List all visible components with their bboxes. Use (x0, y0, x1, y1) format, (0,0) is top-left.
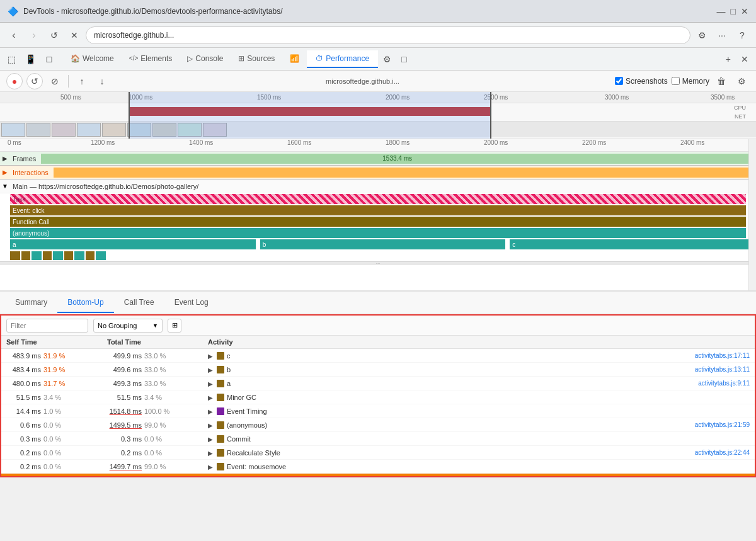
back-button[interactable]: ‹ (5, 26, 23, 44)
small-bar-6[interactable] (64, 251, 73, 260)
download-button[interactable]: ↓ (94, 73, 110, 89)
row-expand-6[interactable]: ▶ (208, 436, 214, 442)
close-icon[interactable]: ✕ (741, 6, 748, 16)
activity-color-3 (217, 394, 224, 401)
tab-bottom-up[interactable]: Bottom-Up (57, 293, 113, 313)
main-expand-btn[interactable]: ▼ (0, 183, 10, 190)
r-2000ms: 2000 ms (484, 139, 508, 146)
cell-total-time-4: 1514.8 ms 100.0 % (107, 407, 208, 415)
device-toggle[interactable]: 📱 (21, 50, 39, 68)
small-bar-3[interactable] (32, 251, 42, 260)
maximize-icon[interactable]: □ (731, 6, 736, 16)
clear-button[interactable]: ⊘ (47, 73, 63, 89)
flame-c[interactable]: c (510, 239, 748, 249)
small-bar-5[interactable] (53, 251, 63, 260)
delete-recording-button[interactable]: 🗑 (713, 73, 730, 89)
table-row[interactable]: 483.9 ms 31.9 % 499.9 ms 33.0 % ▶ c acti… (1, 349, 755, 363)
record-button[interactable]: ● (6, 73, 23, 89)
flame-a[interactable]: a (10, 239, 256, 249)
flame-function-call[interactable]: Function Call (10, 217, 746, 227)
table-row[interactable]: 0.2 ms 0.0 % 0.2 ms 0.0 % ▶ Recalculate … (1, 446, 755, 460)
help-button[interactable]: ? (733, 26, 751, 44)
tab-more-tabs[interactable]: + (721, 50, 736, 68)
row-expand-2[interactable]: ▶ (208, 380, 214, 387)
upload-button[interactable]: ↑ (74, 73, 90, 89)
flame-anonymous[interactable]: (anonymous) (10, 228, 746, 238)
frames-expand-btn[interactable]: ▶ (0, 155, 10, 162)
tab-call-tree-label: Call Tree (124, 298, 154, 307)
small-bar-2[interactable] (21, 251, 30, 260)
row-expand-4[interactable]: ▶ (208, 408, 214, 414)
tab-elements[interactable]: </> Elements (122, 50, 180, 68)
grouping-dropdown[interactable]: No Grouping ▼ (93, 319, 163, 333)
scroll-indicator[interactable] (1, 474, 755, 476)
row-expand-7[interactable]: ▶ (208, 450, 214, 456)
table-row[interactable]: 483.4 ms 31.9 % 499.6 ms 33.0 % ▶ b acti… (1, 363, 755, 377)
row-expand-1[interactable]: ▶ (208, 367, 214, 373)
tab-settings-icon[interactable]: ⚙ (378, 50, 396, 68)
source-link-2[interactable]: activitytabs.js:9:11 (698, 380, 750, 387)
small-bar-1[interactable] (10, 251, 20, 260)
perf-settings-button[interactable]: ⚙ (733, 73, 750, 89)
timeline-scrollbar[interactable] (748, 139, 756, 290)
interactions-expand-btn[interactable]: ▶ (0, 169, 10, 176)
tab-device-icon[interactable]: □ (396, 50, 411, 68)
cell-activity-0: ▶ c activitytabs.js:17:11 (208, 352, 750, 360)
tab-welcome[interactable]: 🏠 Welcome (63, 50, 122, 68)
activity-color-6 (217, 435, 224, 443)
tab-event-log[interactable]: Event Log (164, 293, 219, 313)
extensions-button[interactable]: ⚙ (693, 26, 711, 44)
address-bar[interactable]: microsoftedge.github.i... (86, 26, 690, 44)
cell-total-time-2: 499.3 ms 33.0 % (107, 380, 208, 387)
source-link-5[interactable]: activitytabs.js:21:59 (695, 421, 750, 428)
source-link-0[interactable]: activitytabs.js:17:11 (695, 352, 750, 359)
table-row[interactable]: 480.0 ms 31.7 % 499.3 ms 33.0 % ▶ a acti… (1, 377, 755, 390)
minimize-icon[interactable]: — (717, 6, 726, 16)
flame-b[interactable]: b (260, 239, 507, 249)
timeline-resize-handle[interactable]: ··· (0, 261, 756, 265)
memory-toggle[interactable]: Memory (672, 77, 709, 86)
small-bar-8[interactable] (86, 251, 94, 260)
ruler-3000: 3000 ms (605, 94, 629, 101)
flame-task[interactable]: Task (10, 194, 746, 204)
drawer-toggle[interactable]: □ (40, 50, 58, 68)
flame-event-click[interactable]: Event: click (10, 205, 746, 215)
table-row[interactable]: 0.3 ms 0.0 % 0.3 ms 0.0 % ▶ Commit (1, 432, 755, 446)
inspect-toggle[interactable]: ⬚ (3, 50, 20, 68)
table-row[interactable]: 0.6 ms 0.0 % 1499.5 ms 99.0 % ▶ (anonymo… (1, 418, 755, 432)
row-expand-3[interactable]: ▶ (208, 394, 214, 401)
ruler-3500: 3500 ms (711, 94, 735, 101)
screenshots-label: Screenshots (626, 77, 668, 86)
tab-network[interactable]: 📶 (282, 50, 307, 68)
cell-activity-7: ▶ Recalculate Style activitytabs.js:22:4… (208, 449, 750, 457)
tab-performance[interactable]: ⏱ Performance (307, 50, 378, 68)
filter-input[interactable] (6, 319, 88, 333)
task-label: Task (13, 196, 26, 203)
table-row[interactable]: 14.4 ms 1.0 % 1514.8 ms 100.0 % ▶ Event … (1, 404, 755, 418)
table-row[interactable]: 51.5 ms 3.4 % 51.5 ms 3.4 % ▶ Minor GC (1, 390, 755, 404)
browser-title-bar: 🔷 DevTools - microsoftedge.github.io/Dem… (0, 0, 756, 23)
reload-button[interactable]: ↺ (45, 26, 63, 44)
table-row[interactable]: 0.2 ms 0.0 % 1499.7 ms 99.0 % ▶ Event: m… (1, 460, 755, 474)
tab-close-devtools[interactable]: ✕ (736, 50, 753, 68)
reload-record-button[interactable]: ↺ (26, 73, 43, 89)
small-bar-9[interactable] (96, 251, 106, 260)
forward-button[interactable]: › (25, 26, 43, 44)
tab-call-tree[interactable]: Call Tree (114, 293, 164, 313)
row-expand-0[interactable]: ▶ (208, 353, 214, 359)
more-button[interactable]: ··· (713, 26, 731, 44)
source-link-7[interactable]: activitytabs.js:22:44 (695, 449, 750, 456)
frames-track: ▶ Frames 1533.4 ms (0, 152, 756, 166)
tab-summary[interactable]: Summary (5, 293, 57, 313)
tab-console[interactable]: ▷ Console (180, 50, 231, 68)
small-bar-7[interactable] (74, 251, 84, 260)
small-bar-4[interactable] (43, 251, 52, 260)
row-expand-8[interactable]: ▶ (208, 464, 214, 470)
flame-row-small (10, 250, 756, 261)
stop-button[interactable]: ✕ (66, 26, 83, 44)
group-toggle-button[interactable]: ⊞ (168, 319, 181, 333)
screenshots-toggle[interactable]: Screenshots (615, 77, 668, 86)
source-link-1[interactable]: activitytabs.js:13:11 (695, 366, 750, 373)
row-expand-5[interactable]: ▶ (208, 422, 214, 428)
tab-sources[interactable]: ⊞ Sources (231, 50, 282, 68)
